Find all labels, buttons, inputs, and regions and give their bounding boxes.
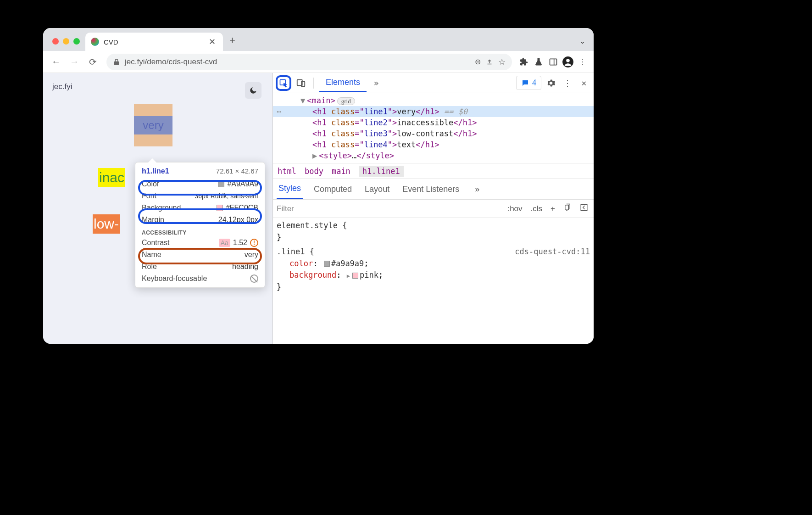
inspected-element[interactable]: very (134, 104, 172, 146)
labs-icon[interactable] (532, 56, 545, 68)
devtools-menu-button[interactable]: ⋮ (561, 76, 574, 90)
close-window-button[interactable] (52, 38, 59, 45)
close-devtools-button[interactable]: ✕ (577, 76, 591, 90)
star-icon[interactable]: ☆ (498, 57, 506, 67)
grid-badge[interactable]: grid (337, 97, 355, 105)
tooltip-margin-label: Margin (142, 216, 164, 224)
tab-event-listeners[interactable]: Event Listeners (400, 180, 461, 199)
issues-badge[interactable]: 4 (516, 76, 541, 90)
element-content: very (134, 116, 172, 134)
tooltip-contrast-value: 1.52 (233, 239, 247, 247)
tooltip-margin-value: 24.12px 0px (218, 216, 258, 224)
tooltip-name-value: very (245, 251, 258, 259)
dom-style[interactable]: ▶<style>…</style> (273, 150, 594, 161)
tooltip-font-value: 36px Rubik, sans-serif (195, 192, 258, 200)
bg-swatch (217, 205, 223, 211)
devtools-top-bar: Elements » 4 ⋮ ✕ (273, 73, 594, 93)
svg-rect-0 (550, 59, 557, 65)
gear-icon (546, 78, 556, 88)
device-mode-button[interactable] (294, 76, 308, 90)
svg-rect-7 (565, 205, 569, 210)
contrast-aa-badge: Aa (219, 239, 230, 247)
close-tab-button[interactable]: ✕ (207, 37, 217, 47)
tab-styles[interactable]: Styles (277, 179, 303, 199)
minimize-window-button[interactable] (63, 38, 69, 45)
menu-button[interactable]: ⋮ (576, 56, 589, 68)
dom-line2[interactable]: <h1 class="line2">inaccessible</h1> (273, 117, 594, 128)
css-prop-background[interactable]: background (289, 270, 336, 280)
tooltip-bg-value: #FFC0CB (226, 204, 258, 212)
moon-icon (249, 86, 257, 95)
inspect-element-button[interactable] (276, 75, 291, 91)
element-style-selector: element.style { (277, 221, 347, 230)
cls-button[interactable]: .cls (529, 204, 545, 213)
styles-body[interactable]: element.style { } cds-quest-cvd:11 .line… (273, 218, 594, 344)
tab-elements[interactable]: Elements (319, 74, 367, 92)
dom-main[interactable]: ▼<main>grid (273, 95, 594, 106)
more-tabs-button[interactable]: » (369, 76, 383, 90)
tooltip-dimensions: 72.61 × 42.67 (216, 167, 258, 175)
rule-selector: .line1 { (277, 247, 314, 256)
forward-button[interactable]: → (66, 54, 83, 70)
tab-title: CVD (104, 38, 202, 46)
css-color-value[interactable]: #a9a9a9 (331, 259, 364, 268)
address-bar[interactable]: jec.fyi/demo/cds-quest-cvd ⊖ ☆ (106, 54, 512, 70)
css-bg-value[interactable]: pink (360, 270, 378, 280)
tooltip-a11y-header: ACCESSIBILITY (135, 226, 265, 237)
page-line2: inac (98, 168, 125, 187)
browser-window: CVD ✕ + ⌄ ← → ⟳ jec.fyi/demo/cds-quest-c… (43, 28, 594, 344)
profile-button[interactable] (562, 56, 574, 68)
tooltip-font-label: Font (142, 192, 156, 200)
tab-computed[interactable]: Computed (312, 180, 354, 199)
styles-filter-input[interactable]: Filter (277, 204, 501, 213)
chat-icon (521, 79, 529, 87)
tooltip-name-label: Name (142, 251, 161, 259)
tabs-menu-button[interactable]: ⌄ (579, 37, 585, 45)
dark-mode-toggle[interactable] (245, 82, 261, 99)
breadcrumb-html[interactable]: html (278, 167, 296, 176)
share-icon[interactable] (485, 58, 494, 66)
content-area: jec.fyi very inac low- h1.line1 72.61 × … (43, 73, 594, 344)
page-line3: low- (93, 214, 120, 234)
favicon (91, 38, 99, 46)
css-color-swatch[interactable] (324, 261, 330, 267)
browser-toolbar: ← → ⟳ jec.fyi/demo/cds-quest-cvd ⊖ ☆ ⋮ (43, 51, 594, 73)
css-prop-color[interactable]: color (289, 259, 313, 268)
hov-button[interactable]: :hov (506, 204, 524, 213)
new-tab-button[interactable]: + (223, 34, 242, 51)
settings-button[interactable] (544, 76, 558, 90)
side-panel-icon[interactable] (547, 56, 560, 68)
new-style-rule-button[interactable]: + (549, 204, 557, 213)
css-bg-swatch[interactable] (352, 273, 358, 279)
breadcrumb-main[interactable]: main (332, 167, 350, 176)
dom-tree[interactable]: ▼<main>grid <h1 class="line1">very</h1> … (273, 93, 594, 163)
dom-line4[interactable]: <h1 class="line4">text</h1> (273, 139, 594, 150)
tooltip-contrast-label: Contrast (142, 239, 169, 247)
tab-bar: CVD ✕ + ⌄ (43, 28, 594, 51)
issues-count: 4 (532, 78, 536, 88)
dom-line1[interactable]: <h1 class="line1">very</h1> == $0 (273, 106, 594, 117)
reload-button[interactable]: ⟳ (84, 54, 101, 70)
rule-source-link[interactable]: cds-quest-cvd:11 (515, 246, 590, 258)
copy-styles-icon[interactable] (562, 203, 573, 214)
breadcrumb-body[interactable]: body (305, 167, 323, 176)
expand-shorthand-icon[interactable]: ▶ (347, 273, 350, 279)
tooltip-keyboard-label: Keyboard-focusable (142, 274, 207, 283)
zoom-icon[interactable]: ⊖ (475, 57, 481, 66)
back-button[interactable]: ← (48, 54, 64, 70)
breadcrumb-h1[interactable]: h1.line1 (359, 166, 404, 177)
tooltip-selector: h1.line1 (142, 167, 169, 175)
computed-toggle-icon[interactable] (578, 203, 590, 214)
warning-icon: ! (250, 239, 258, 247)
tooltip-role-label: Role (142, 263, 157, 271)
extensions-icon[interactable] (517, 56, 530, 68)
dom-line3[interactable]: <h1 class="line3">low-contrast</h1> (273, 128, 594, 139)
tab-layout[interactable]: Layout (363, 180, 391, 199)
browser-tab[interactable]: CVD ✕ (85, 33, 223, 51)
page-viewport: jec.fyi very inac low- h1.line1 72.61 × … (43, 73, 273, 344)
more-styles-tabs[interactable]: » (470, 182, 484, 196)
maximize-window-button[interactable] (73, 38, 80, 45)
tooltip-color-value: #A9A9A9 (227, 180, 258, 188)
svg-point-3 (566, 58, 570, 62)
color-swatch (218, 181, 224, 187)
